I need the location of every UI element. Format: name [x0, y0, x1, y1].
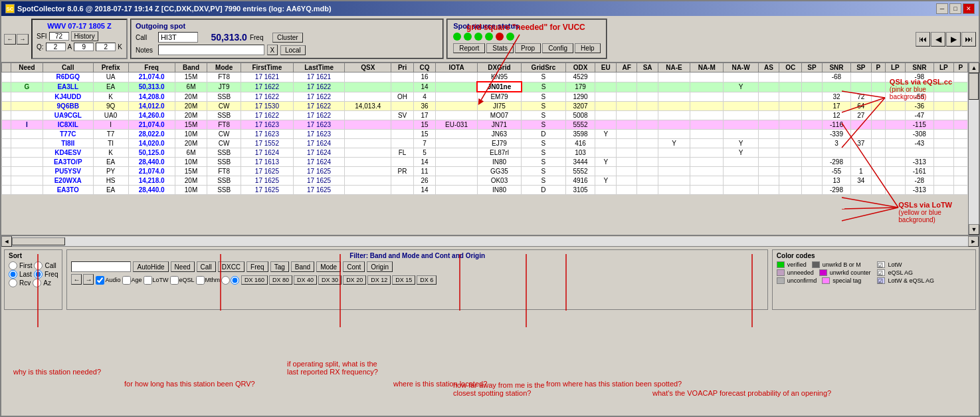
- report-button[interactable]: Report: [453, 43, 485, 53]
- table-scroll[interactable]: Need Call Prefix Freq Band Mode FirstTim…: [1, 63, 968, 227]
- filter-prev-button[interactable]: ←: [71, 274, 82, 285]
- table-row[interactable]: UA9CGLUA014,260.020MSSB17 162217 1622SV1…: [2, 111, 968, 120]
- col-as[interactable]: AS: [758, 63, 779, 72]
- table-row[interactable]: KJ4UDDK14,208.020MSSB17 162217 1622OH4EM…: [2, 92, 968, 102]
- col-odx[interactable]: ODX: [565, 63, 595, 72]
- col-sp[interactable]: SP: [802, 63, 823, 72]
- scroll-thumb[interactable]: [969, 73, 979, 100]
- table-row[interactable]: EA3TOEA28,440.010MSSB17 162517 162514IN8…: [2, 186, 968, 195]
- table-row[interactable]: TI8IITI14,020.020MCW17 155217 16247EJ79S…: [2, 139, 968, 148]
- autohide-button[interactable]: AutoHide: [133, 261, 168, 272]
- nav-next-button[interactable]: ▶: [946, 32, 961, 47]
- help-button[interactable]: Help: [575, 43, 601, 53]
- col-naw[interactable]: NA-W: [724, 63, 758, 72]
- history-button[interactable]: History: [71, 31, 98, 41]
- dir-radio-1[interactable]: [221, 276, 230, 285]
- col-eu[interactable]: EU: [595, 63, 617, 72]
- col-qsx[interactable]: QSX: [345, 63, 391, 72]
- col-snr2[interactable]: SNR: [905, 63, 933, 72]
- dx80-button[interactable]: DX 80: [269, 275, 292, 285]
- mthm-checkbox[interactable]: [196, 276, 205, 285]
- call-filter-button[interactable]: Call: [197, 261, 216, 272]
- dxcc-filter-button[interactable]: DXCC: [218, 261, 245, 272]
- scroll-right-button[interactable]: ►: [968, 236, 979, 247]
- col-freq[interactable]: Freq: [128, 63, 175, 72]
- cont-filter-button[interactable]: Cont: [343, 261, 365, 272]
- dx40-button[interactable]: DX 40: [294, 275, 317, 285]
- lotw-checkbox[interactable]: [144, 276, 152, 285]
- col-lasttime[interactable]: LastTime: [293, 63, 344, 72]
- eqsl-checkbox[interactable]: [170, 276, 179, 285]
- col-cq[interactable]: CQ: [413, 63, 436, 72]
- nav-right-button[interactable]: →: [17, 34, 29, 45]
- col-mode[interactable]: Mode: [207, 63, 241, 72]
- col-call[interactable]: Call: [43, 63, 93, 72]
- col-firsttime[interactable]: FirstTime: [241, 63, 293, 72]
- age-checkbox[interactable]: [122, 276, 131, 285]
- dx30-button[interactable]: DX 30: [318, 275, 342, 285]
- scroll-track[interactable]: [969, 73, 979, 224]
- table-row[interactable]: EA3TO/PEA28,440.010MSSB17 161317 162414I…: [2, 158, 968, 167]
- col-p1[interactable]: P: [871, 63, 885, 72]
- sort-last-radio[interactable]: [9, 270, 17, 279]
- sort-first-radio[interactable]: [9, 261, 17, 270]
- col-snr1[interactable]: SNR: [823, 63, 851, 72]
- need-filter-button[interactable]: Need: [171, 261, 195, 272]
- scroll-down-button[interactable]: ▼: [969, 224, 979, 235]
- audio-checkbox[interactable]: [96, 276, 104, 285]
- table-row[interactable]: GEA3LLEA50,313.06MJT917 162217 162214JN0…: [2, 82, 968, 92]
- scroll-up-button[interactable]: ▲: [969, 63, 979, 73]
- scroll-left-button[interactable]: ◄: [1, 236, 12, 247]
- filter-input[interactable]: [71, 261, 131, 272]
- origin-filter-button[interactable]: Origin: [367, 261, 393, 272]
- clear-button[interactable]: X: [267, 45, 278, 55]
- col-af[interactable]: AF: [617, 63, 637, 72]
- dx15-button[interactable]: DX 15: [392, 275, 415, 285]
- dx160-button[interactable]: DX 160: [241, 275, 268, 285]
- band-filter-button[interactable]: Band: [291, 261, 314, 272]
- prop-button[interactable]: Prop: [515, 43, 541, 53]
- local-button[interactable]: Local: [280, 45, 306, 55]
- col-gridsrc[interactable]: GridSrc: [522, 63, 566, 72]
- col-pri[interactable]: Pri: [391, 63, 414, 72]
- sort-freq-radio[interactable]: [34, 270, 43, 279]
- notes-input[interactable]: [158, 45, 264, 55]
- nav-first-button[interactable]: ⏮: [916, 32, 930, 47]
- table-row[interactable]: IIC8XILI21,074.015MFT817 162317 162315EU…: [2, 120, 968, 130]
- stats-button[interactable]: Stats: [486, 43, 514, 53]
- col-band[interactable]: Band: [175, 63, 207, 72]
- col-iota[interactable]: IOTA: [436, 63, 477, 72]
- table-row[interactable]: 9Q6BB9Q14,012.020MCW17 153017 162214,013…: [2, 102, 968, 111]
- horizontal-scrollbar[interactable]: ◄ ►: [1, 235, 979, 246]
- col-lp2[interactable]: LP: [933, 63, 953, 72]
- dx6-button[interactable]: DX 6: [417, 275, 437, 285]
- table-row[interactable]: T77CT728,022.010MCW17 162317 162315JN63D…: [2, 130, 968, 139]
- close-button[interactable]: ✕: [963, 3, 975, 14]
- config-button[interactable]: Config: [542, 43, 573, 53]
- table-row[interactable]: PU5YSVPY21,074.015MFT817 162517 1625PR11…: [2, 167, 968, 176]
- sort-call-radio[interactable]: [34, 261, 43, 270]
- nav-left-button[interactable]: ←: [4, 34, 16, 45]
- maximize-button[interactable]: □: [949, 3, 961, 14]
- vertical-scrollbar[interactable]: ▲ ▼: [968, 63, 979, 235]
- h-scroll-track[interactable]: [12, 237, 968, 246]
- call-input[interactable]: [158, 32, 198, 43]
- col-p2[interactable]: P: [953, 63, 967, 72]
- table-row[interactable]: E20WXAHS14,218.020MSSB17 162517 162526OK…: [2, 176, 968, 186]
- cluster-button[interactable]: Cluster: [272, 33, 303, 43]
- dir-radio-2[interactable]: [231, 276, 239, 285]
- sort-az-radio[interactable]: [33, 279, 41, 287]
- col-sa[interactable]: SA: [637, 63, 658, 72]
- col-dxgrid[interactable]: DXGrid: [477, 63, 521, 72]
- sort-rcv-radio[interactable]: [9, 279, 17, 287]
- tag-filter-button[interactable]: Tag: [270, 261, 289, 272]
- col-indicator[interactable]: [2, 63, 11, 72]
- col-need[interactable]: Need: [11, 63, 43, 72]
- dx12-button[interactable]: DX 12: [367, 275, 391, 285]
- table-row[interactable]: R6DGQUA21,074.015MFT817 162117 162116KN9…: [2, 72, 968, 82]
- col-prefix[interactable]: Prefix: [93, 63, 128, 72]
- nav-last-button[interactable]: ⏭: [961, 32, 976, 47]
- filter-next-button[interactable]: →: [83, 274, 94, 285]
- col-sp2[interactable]: SP: [850, 63, 871, 72]
- minimize-button[interactable]: ─: [936, 3, 948, 14]
